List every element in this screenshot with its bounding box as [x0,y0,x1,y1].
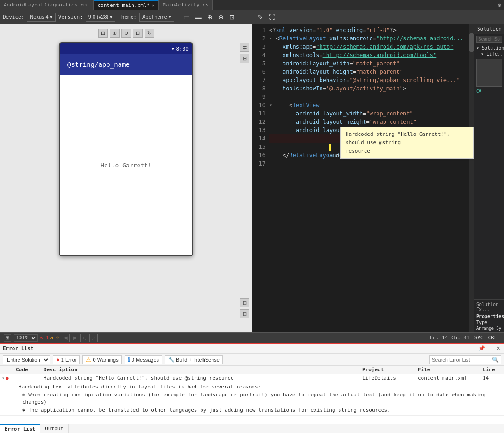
device-select[interactable]: Nexus 4 ▾ [27,13,55,22]
fit-icon[interactable]: ⊡ [228,14,236,20]
tree-item-life[interactable]: ▾ Life... [474,51,504,57]
code-editor[interactable]: 1 2 3 4 5 6 7 8 9 10 11 [252,24,474,332]
error-panel: Error List 📌 ─ ✕ Entire Solution ● 1 Err… [0,343,504,424]
search-icon: 🔍 [492,357,499,363]
portrait-icon[interactable]: ▭ [182,14,191,20]
design-toolbar: Device: Nexus 4 ▾ Version: 9.0 (v28) ▾ T… [0,10,504,24]
error-table-header: Code Description Project File Line [0,366,504,374]
properties-section: Solution Ex... Properties Type Arrange B… [474,299,504,332]
code-line-10: ▾ <TextView [269,101,474,109]
type-label: Type [476,320,487,325]
warning-count-nav: ⊿ 0 [50,335,59,340]
zoom-in-icon[interactable]: ⊕ [206,14,214,20]
nav-forward-btn[interactable]: ▶ [71,334,79,342]
build-option-btn[interactable]: 🔧 Build + IntelliSense [165,355,223,364]
message-count-button[interactable]: ℹ 0 Messages [125,355,162,364]
error-icon: ● [56,356,60,363]
error-detail-text: Hardcoding text attributes directly in l… [19,383,500,391]
panel-icon-3[interactable]: ⊡ [240,298,249,307]
landscape-icon[interactable]: ▬ [194,14,203,20]
tab-android-layout[interactable]: AndroidLayoutDiagnostics.xml [0,0,94,10]
code-line-1: <?xml version="1.0" encoding="utf-8"?> [269,26,474,34]
tab-content-main[interactable]: content_main.xml* ✕ [94,0,159,10]
zoom-out-icon[interactable]: ⊖ [217,14,225,20]
col-icon-header [0,367,14,373]
separator2 [252,13,252,21]
code-line-9 [269,93,474,101]
warning-icon: ⚠ [86,356,91,363]
editor-scroll-area[interactable]: 1 2 3 4 5 6 7 8 9 10 11 [252,24,474,332]
col-project-header: Project [360,367,416,373]
properties-label: Properties [476,314,502,319]
solution-search-input[interactable] [476,36,502,43]
tab-label: AndroidLayoutDiagnostics.xml [4,2,89,8]
zoom-select[interactable]: 100 % [14,334,38,342]
error-list-title: Error List [3,345,33,351]
zoom-fit[interactable]: ⊡ [133,29,143,38]
panel-icon-2[interactable]: ⊞ [240,54,249,63]
tab-main-activity[interactable]: MainActivity.cs [159,0,213,10]
build-option-label: Build + IntelliSense [176,357,220,363]
error-dot-icon: ● [6,375,9,381]
design-panel: ⊞ ⊕ ⊖ ⊡ ↻ ⇄ ⊞ ⊡ ⊞ [0,24,252,332]
error-table-body: ▾ ● Hardcoded string "Hello Garrett!", s… [0,374,504,424]
scrollbar-thumb[interactable] [469,33,474,52]
error-count-button[interactable]: ● 1 Error [53,355,80,364]
zoom-design-out[interactable]: ⊖ [121,29,131,38]
wrench-icon: 🔧 [168,357,175,363]
error-row-expanded[interactable]: ▾ ● Hardcoded string "Hello Garrett!", s… [0,374,504,416]
tree-item-solution[interactable]: ▾ Solution... [474,45,504,51]
bottom-panel-icons: ⊡ ⊞ [240,298,249,318]
phone-statusbar: ▾ 8:00 [60,43,192,54]
error-row-project: LifeDetails [360,375,416,381]
error-panel-minimize-btn[interactable]: ─ [488,345,493,351]
error-row-line: 14 [481,375,504,381]
version-select[interactable]: 9.0 (v28) ▾ [86,13,115,22]
code-line-4: xmlns:tools="http://schemas.android.com/… [269,51,474,59]
tree-item-cs[interactable]: C# [474,89,504,94]
code-content[interactable]: <?xml version="1.0" encoding="utf-8"?> ▾… [269,26,474,168]
split-view-icon[interactable]: ⊞ [98,29,108,38]
more-icon[interactable]: … [239,14,248,20]
phone-content: Hello Garrett! [60,75,192,255]
error-panel-pin-btn[interactable]: 📌 [478,345,486,351]
solution-ex-label2: Solution Ex... [476,302,502,312]
expand-triangle[interactable]: ▾ [2,376,5,381]
col-desc-header: Description [42,367,360,373]
line-col-display: Ln: 14 Ch: 41 [430,335,470,341]
bottom-tab-output[interactable]: Output [40,424,69,433]
line-ending-display: CRLF [488,335,501,341]
fullscreen-icon[interactable]: ⛶ [267,14,277,20]
error-row-description: Hardcoded string "Hello Garrett!", shoul… [42,375,360,381]
edit-icon[interactable]: ✎ [256,14,265,20]
error-search-box[interactable]: 🔍 [429,355,501,364]
nav-up-btn[interactable]: ◁ [80,334,88,342]
nav-down-btn[interactable]: ▷ [89,334,98,342]
error-search-input[interactable] [432,357,492,363]
yellow-indicator [329,144,331,151]
col-code-header: Code [14,367,42,373]
hello-text: Hello Garrett! [101,162,151,169]
theme-select[interactable]: AppTheme ▾ [139,13,174,22]
right-sidebar: Solution Ex... ▾ Solution... ▾ Life... C… [474,24,504,332]
tab-close-icon[interactable]: ✕ [152,3,155,8]
nav-back-btn[interactable]: ◀ [62,334,70,342]
solution-search [474,34,504,44]
output-tab-label: Output [45,426,63,432]
cursor-status: Ln: 14 Ch: 41 SPC CRLF [430,335,500,341]
error-detail-bullet-2: ✱ The application cannot be translated t… [22,407,500,414]
warning-count-button[interactable]: ⚠ 0 Warnings [82,355,121,364]
solution-explorer-title: Solution Ex... [474,24,504,34]
bottom-tab-error-list[interactable]: Error List [0,424,40,433]
error-panel-close-btn[interactable]: ✕ [495,345,501,351]
editor-scrollbar[interactable] [469,24,474,332]
toggle-panel-icon[interactable]: ⇄ [240,43,249,52]
panel-icon-4[interactable]: ⊞ [240,309,249,318]
zoom-design-in[interactable]: ⊕ [110,29,120,38]
refresh-icon[interactable]: ↻ [145,29,154,38]
device-label: Device: [3,14,24,20]
grid-toggle-btn[interactable]: ⊞ [4,334,11,342]
scope-filter-select[interactable]: Entire Solution [3,355,50,364]
gear-icon[interactable]: ⚙ [495,2,504,8]
error-row-main: ▾ ● Hardcoded string "Hello Garrett!", s… [0,374,504,382]
